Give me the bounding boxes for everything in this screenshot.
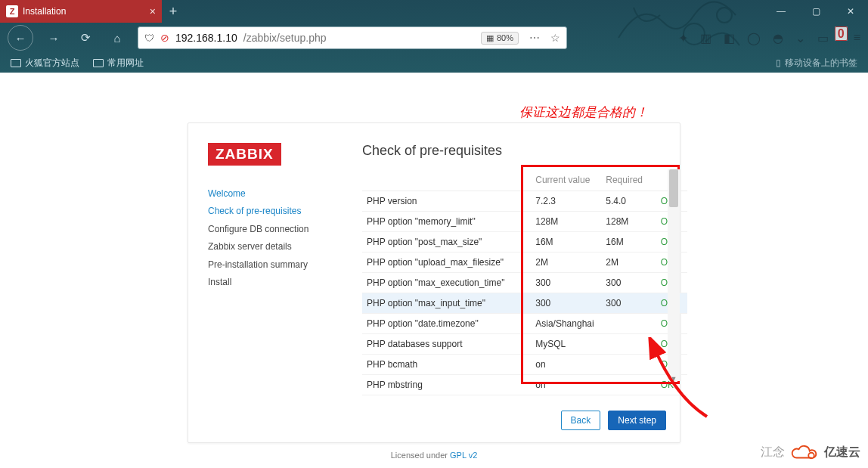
svg-point-0 xyxy=(717,8,732,23)
cell-required: 2M xyxy=(601,253,656,273)
setup-card: 保证这边都是合格的！ ZABBIX Welcome Check of pre-r… xyxy=(188,122,680,443)
cell-required: 300 xyxy=(601,273,656,293)
cell-name: PHP databases support xyxy=(362,334,531,355)
zoom-value: 80% xyxy=(497,33,513,42)
browser-tab[interactable]: Z Installation × xyxy=(0,0,162,23)
bookmark-label: 移动设备上的书签 xyxy=(785,57,857,70)
cell-current: on xyxy=(531,355,601,375)
next-step-button[interactable]: Next step xyxy=(608,411,666,430)
menu-icon[interactable]: ≡ xyxy=(854,31,860,45)
url-host: 192.168.1.10 xyxy=(175,32,237,44)
cell-current: Asia/Shanghai xyxy=(531,314,601,334)
cell-name: PHP mbstring xyxy=(362,375,531,395)
col-current: Current value xyxy=(531,169,601,191)
step-install[interactable]: Install xyxy=(208,274,321,291)
url-bar[interactable]: 🛡 ⊘ 192.168.1.10/zabbix/setup.php ▦ 80% … xyxy=(138,26,567,49)
table-row: PHP option "memory_limit"128M128MOK xyxy=(362,212,687,232)
cell-required: 16M xyxy=(601,232,656,253)
bookmark-star-icon[interactable]: ☆ xyxy=(550,32,560,44)
table-row: PHP bcmathonOK xyxy=(362,355,687,375)
bookmark-folder-2[interactable]: 常用网址 xyxy=(93,57,144,70)
mobile-bookmarks[interactable]: ▯移动设备上的书签 xyxy=(776,57,857,70)
nav-forward-button[interactable]: → xyxy=(42,26,65,49)
nav-reload-button[interactable]: ⟳ xyxy=(74,26,97,49)
sidebar-icon[interactable]: ◧ xyxy=(724,31,735,45)
back-button[interactable]: Back xyxy=(561,411,601,430)
wizard-steps: Welcome Check of pre-requisites Configur… xyxy=(208,185,321,291)
table-row: PHP mbstringonOK xyxy=(362,375,687,395)
notification-badge: 0 xyxy=(835,26,848,41)
nav-back-button[interactable]: ← xyxy=(8,25,33,51)
step-server[interactable]: Zabbix server details xyxy=(208,238,321,256)
prereq-table: Current value Required PHP version7.2.35… xyxy=(362,169,687,395)
cell-name: PHP option "memory_limit" xyxy=(362,212,531,232)
cell-name: PHP option "max_execution_time" xyxy=(362,273,531,293)
cell-required: 128M xyxy=(601,212,656,232)
zoom-indicator[interactable]: ▦ 80% xyxy=(481,32,519,45)
cell-required xyxy=(601,375,656,395)
step-welcome[interactable]: Welcome xyxy=(208,185,321,203)
cell-current: 300 xyxy=(531,293,601,314)
col-name xyxy=(362,169,531,191)
new-tab-button[interactable]: + xyxy=(162,0,184,23)
tab-close-icon[interactable]: × xyxy=(150,5,156,17)
cell-required: 300 xyxy=(601,293,656,314)
bookmark-folder-1[interactable]: 火狐官方站点 xyxy=(11,57,79,70)
page-title: Check of pre-requisites xyxy=(362,143,666,159)
step-summary[interactable]: Pre-installation summary xyxy=(208,256,321,274)
cell-name: PHP version xyxy=(362,191,531,212)
extension-icon[interactable]: ✦ xyxy=(678,31,688,45)
window-close-icon[interactable]: ✕ xyxy=(833,0,868,23)
bookmark-label: 常用网址 xyxy=(107,57,144,70)
annotation-text: 保证这边都是合格的！ xyxy=(519,104,648,121)
watermark-text-2: 亿速云 xyxy=(824,445,860,460)
page-actions-icon[interactable]: ⋯ xyxy=(529,32,541,44)
table-row: PHP option "upload_max_filesize"2M2MOK xyxy=(362,253,687,273)
scroll-thumb[interactable] xyxy=(669,169,678,207)
cell-current: 16M xyxy=(531,232,601,253)
step-db[interactable]: Configure DB connection xyxy=(208,221,321,238)
col-required: Required xyxy=(601,169,656,191)
cell-current: on xyxy=(531,375,601,395)
cell-name: PHP option "max_input_time" xyxy=(362,293,531,314)
table-row: PHP option "max_input_time"300300OK xyxy=(362,293,687,314)
tracking-shield-icon[interactable]: 🛡 xyxy=(144,33,154,44)
table-scrollbar[interactable]: ▲ ▼ xyxy=(668,169,680,381)
cell-name: PHP option "post_max_size" xyxy=(362,232,531,253)
license-prefix: Licensed under xyxy=(391,451,450,460)
tab-favicon: Z xyxy=(6,5,18,17)
mobile-icon: ▯ xyxy=(776,57,781,68)
pocket-icon[interactable]: ⌄ xyxy=(795,31,805,45)
nav-home-button[interactable]: ⌂ xyxy=(106,26,129,49)
notifications-icon[interactable]: ▭0 xyxy=(817,31,842,45)
cell-current: 2M xyxy=(531,253,601,273)
window-minimize-icon[interactable]: — xyxy=(764,0,798,23)
zabbix-logo: ZABBIX xyxy=(208,143,281,166)
library-icon[interactable]: ▥ xyxy=(700,31,711,45)
table-row: PHP version7.2.35.4.0OK xyxy=(362,191,687,212)
watermark-text-1: 江念 xyxy=(761,445,785,460)
url-path: /zabbix/setup.php xyxy=(243,32,327,44)
cell-name: PHP bcmath xyxy=(362,355,531,375)
table-row: PHP option "max_execution_time"300300OK xyxy=(362,273,687,293)
cell-name: PHP option "upload_max_filesize" xyxy=(362,253,531,273)
cell-current: MySQL xyxy=(531,334,601,355)
cell-current: 7.2.3 xyxy=(531,191,601,212)
cell-required xyxy=(601,334,656,355)
folder-icon xyxy=(93,59,104,67)
table-row: PHP option "post_max_size"16M16MOK xyxy=(362,232,687,253)
bookmark-label: 火狐官方站点 xyxy=(25,57,79,70)
license-footer: Licensed under GPL v2 xyxy=(0,451,868,460)
step-prereq[interactable]: Check of pre-requisites xyxy=(208,203,321,220)
account-icon[interactable]: ◯ xyxy=(747,31,761,45)
grid-icon: ▦ xyxy=(486,33,494,43)
cell-name: PHP option "date.timezone" xyxy=(362,314,531,334)
window-maximize-icon[interactable]: ▢ xyxy=(798,0,833,23)
cloud-icon xyxy=(789,441,820,463)
shield-icon[interactable]: ◓ xyxy=(773,31,783,45)
cell-required: 5.4.0 xyxy=(601,191,656,212)
license-link[interactable]: GPL v2 xyxy=(450,451,477,460)
cell-current: 128M xyxy=(531,212,601,232)
scroll-down-icon[interactable]: ▼ xyxy=(668,375,680,383)
table-row: PHP option "date.timezone"Asia/ShanghaiO… xyxy=(362,314,687,334)
